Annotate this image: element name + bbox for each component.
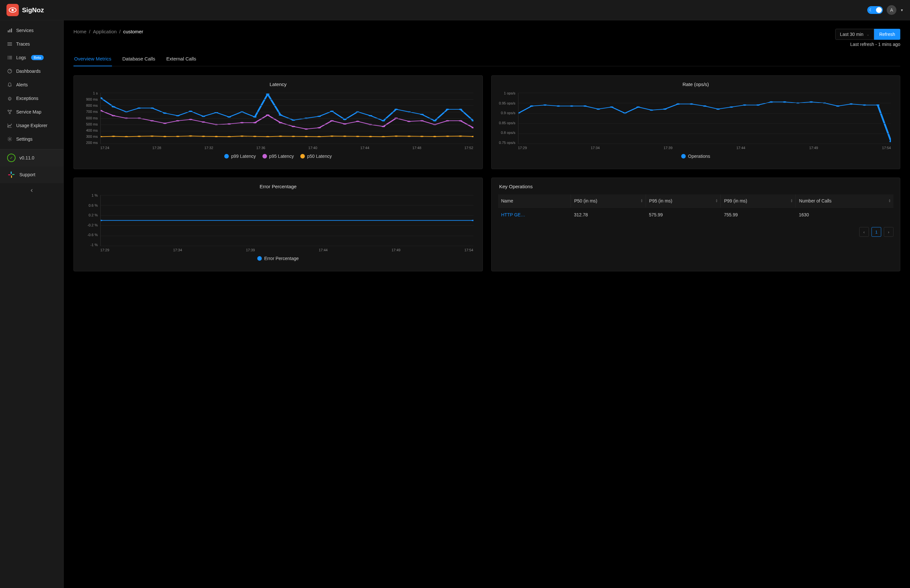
sidebar-item-label: Usage Explorer xyxy=(16,123,48,128)
legend-label: p50 Latency xyxy=(307,153,332,159)
sort-icon: ▲▼ xyxy=(790,199,793,203)
sidebar-item-alerts[interactable]: Alerts xyxy=(0,78,63,92)
tab-overview-metrics[interactable]: Overview Metrics xyxy=(73,53,112,66)
dark-mode-toggle[interactable]: ☾ xyxy=(867,6,883,14)
moon-icon: ☾ xyxy=(869,8,873,12)
sidebar-item-service-map[interactable]: Service Map xyxy=(0,105,63,119)
sort-icon: ▲▼ xyxy=(716,199,718,203)
col-calls[interactable]: Number of Calls▲▼ xyxy=(796,194,894,208)
op-calls: 1630 xyxy=(796,208,894,222)
rate-panel: Rate (ops/s) 1 ops/s0.95 ops/s0.9 ops/s0… xyxy=(491,75,900,169)
latency-panel: Latency 1 s900 ms800 ms700 ms600 ms500 m… xyxy=(73,75,483,169)
panel-title: Rate (ops/s) xyxy=(498,81,894,87)
sidebar-item-label: Service Map xyxy=(16,109,41,115)
chevron-down-icon: ⌄ xyxy=(866,33,869,36)
legend-dot-icon xyxy=(262,154,267,158)
refresh-button[interactable]: Refresh xyxy=(874,29,900,40)
legend-dot-icon xyxy=(681,154,686,158)
latency-chart: 1 s900 ms800 ms700 ms600 ms500 ms400 ms3… xyxy=(80,92,476,150)
check-circle-icon: ✓ xyxy=(7,153,16,162)
error-chart: 1 %0.6 %0.2 %-0.2 %-0.6 %-1 % 17:2917:34… xyxy=(80,194,476,252)
legend-label: Operations xyxy=(688,153,710,159)
panel-title: Key Operations xyxy=(498,184,894,194)
sidebar-item-services[interactable]: Services xyxy=(0,24,63,37)
last-refresh-text: Last refresh - 1 mins ago xyxy=(850,42,900,47)
time-range-select[interactable]: Last 30 min ⌄ xyxy=(835,29,874,40)
prev-page-button[interactable]: ‹ xyxy=(859,227,869,237)
brand-name: SigNoz xyxy=(22,6,44,14)
sidebar-item-label: Alerts xyxy=(16,82,28,87)
sidebar-item-usage-explorer[interactable]: Usage Explorer xyxy=(0,119,63,132)
line-chart-icon xyxy=(7,123,12,128)
legend-label: p99 Latency xyxy=(231,153,256,159)
svg-point-12 xyxy=(8,58,8,59)
sidebar-item-support[interactable]: Support xyxy=(0,166,63,183)
bug-icon xyxy=(7,96,12,100)
svg-line-27 xyxy=(9,111,10,113)
svg-rect-34 xyxy=(11,175,12,178)
col-p99[interactable]: P99 (in ms)▲▼ xyxy=(721,194,796,208)
list-icon xyxy=(7,56,12,60)
nodes-icon xyxy=(7,110,12,114)
gauge-icon xyxy=(7,69,12,73)
sidebar-item-dashboards[interactable]: Dashboards xyxy=(0,65,63,78)
op-name[interactable]: HTTP GE… xyxy=(498,208,571,222)
svg-rect-2 xyxy=(8,31,9,32)
tab-external-calls[interactable]: External Calls xyxy=(166,53,197,66)
breadcrumb-current: customer xyxy=(123,29,143,34)
next-page-button[interactable]: › xyxy=(884,227,894,237)
svg-rect-3 xyxy=(10,29,10,32)
sidebar-item-logs[interactable]: Logs Beta xyxy=(0,51,63,65)
sidebar-item-traces[interactable]: Traces xyxy=(0,37,63,51)
sidebar-item-version[interactable]: ✓ v0.11.0 xyxy=(0,149,63,166)
key-operations-panel: Key Operations Name P50 (in ms)▲▼ P95 (i… xyxy=(491,178,900,271)
breadcrumb: Home / Application / customer xyxy=(73,29,143,34)
gear-icon xyxy=(7,137,12,141)
sidebar-item-label: Exceptions xyxy=(16,96,38,101)
svg-point-31 xyxy=(9,139,11,140)
op-p99: 755.99 xyxy=(721,208,796,222)
topbar: SigNoz ☾ A ▼ xyxy=(0,0,910,20)
legend-item[interactable]: p50 Latency xyxy=(300,153,332,159)
page-1-button[interactable]: 1 xyxy=(871,227,881,237)
legend-item[interactable]: Error Percentage xyxy=(257,256,299,261)
logo-area: SigNoz xyxy=(6,4,44,16)
panel-title: Error Percentage xyxy=(80,184,476,189)
tab-database-calls[interactable]: Database Calls xyxy=(122,53,156,66)
breadcrumb-application[interactable]: Application xyxy=(93,29,117,34)
error-panel: Error Percentage 1 %0.6 %0.2 %-0.2 %-0.6… xyxy=(73,178,483,271)
rate-chart: 1 ops/s0.95 ops/s0.9 ops/s0.85 ops/s0.8 … xyxy=(498,92,894,150)
chevron-down-icon[interactable]: ▼ xyxy=(900,8,904,12)
table-row[interactable]: HTTP GE… 312.78 575.99 755.99 1630 xyxy=(498,208,894,222)
avatar[interactable]: A xyxy=(887,5,896,15)
legend-item[interactable]: Operations xyxy=(681,153,710,159)
sidebar-item-settings[interactable]: Settings xyxy=(0,132,63,146)
legend-item[interactable]: p95 Latency xyxy=(262,153,294,159)
support-label: Support xyxy=(19,172,35,177)
legend-label: p95 Latency xyxy=(269,153,294,159)
svg-rect-33 xyxy=(12,174,15,175)
legend-dot-icon xyxy=(224,154,229,158)
sidebar-collapse-button[interactable] xyxy=(0,183,63,198)
legend-label: Error Percentage xyxy=(264,256,299,261)
menu-lines-icon xyxy=(7,42,12,46)
sidebar-item-exceptions[interactable]: Exceptions xyxy=(0,92,63,105)
svg-point-10 xyxy=(8,57,8,58)
sidebar-item-label: Dashboards xyxy=(16,69,41,74)
slack-icon xyxy=(7,170,16,179)
sidebar-item-label: Services xyxy=(16,28,34,33)
svg-point-8 xyxy=(8,56,8,57)
col-p95[interactable]: P95 (in ms)▲▼ xyxy=(646,194,721,208)
breadcrumb-home[interactable]: Home xyxy=(73,29,86,34)
svg-rect-4 xyxy=(11,29,12,32)
tabs: Overview Metrics Database Calls External… xyxy=(73,53,900,66)
col-name[interactable]: Name xyxy=(498,194,571,208)
col-p50[interactable]: P50 (in ms)▲▼ xyxy=(571,194,646,208)
legend-dot-icon xyxy=(257,256,262,261)
bar-chart-icon xyxy=(7,28,12,33)
svg-point-23 xyxy=(8,110,9,111)
op-p50: 312.78 xyxy=(571,208,646,222)
logo-icon xyxy=(6,4,19,16)
legend-item[interactable]: p99 Latency xyxy=(224,153,256,159)
sort-icon: ▲▼ xyxy=(640,199,643,203)
